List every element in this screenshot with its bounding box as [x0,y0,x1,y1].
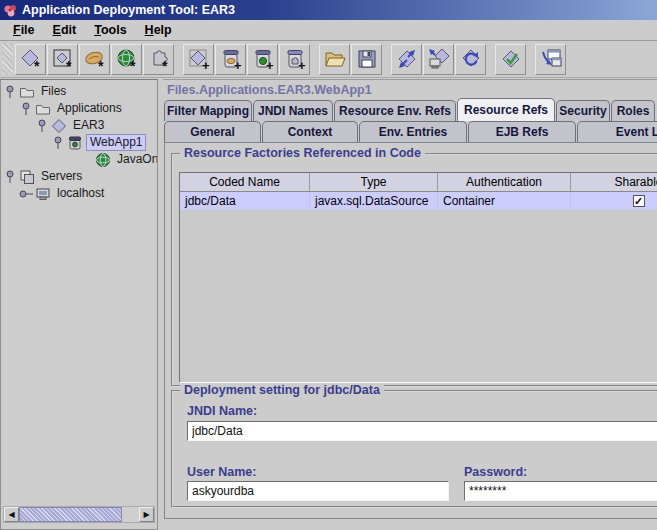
update-module-button[interactable] [391,44,422,75]
servers-icon [19,169,35,185]
svg-text:+: + [234,58,242,71]
svg-text:+: + [266,58,274,71]
tree-item-label[interactable]: WebApp1 [86,134,146,151]
window-titlebar: Application Deployment Tool: EAR3 [0,0,657,20]
add-application-icon: + [187,47,211,71]
resource-factories-group-title: Resource Factories Referenced in Code [180,146,425,160]
scroll-thumb[interactable] [19,507,122,522]
password-label: Password: [464,465,527,479]
tab-resource-refs[interactable]: Resource Refs [457,98,555,121]
add-ejb-jar-icon: + [219,47,243,71]
column-header-authentication[interactable]: Authentication [438,173,571,191]
tab-security[interactable]: Security [556,100,610,121]
tree-item-files[interactable]: Files [1,83,157,100]
tree-item-localhost[interactable]: localhost [1,185,157,202]
tree-item-label[interactable]: EAR3 [70,118,107,133]
tab-context[interactable]: Context [262,121,358,142]
tree-item-webapp1[interactable]: WebApp1 [1,134,157,151]
toolbar-grip[interactable] [2,43,13,75]
web-component-globe-icon [95,152,111,168]
expand-handle-icon[interactable] [49,135,67,151]
tree-item-javaon[interactable]: JavaOnl [1,151,157,168]
expand-handle-icon[interactable] [33,118,51,134]
tree-item-label[interactable]: localhost [54,186,107,201]
add-app-client-jar-icon: + [283,47,307,71]
open-folder-icon [323,47,347,71]
new-application-client-icon: * [147,47,171,71]
tree-item-label[interactable]: Applications [54,101,125,116]
inspector-panel: Files.Applications.EAR3.WebApp1 Filter M… [163,79,657,530]
breadcrumb: Files.Applications.EAR3.WebApp1 [167,83,372,97]
open-button[interactable] [319,44,350,75]
tab-event-list[interactable]: Event List [577,121,657,142]
tab-row-1: Filter Mapping JNDI Names Resource Env. … [164,100,656,121]
tab-jndi-names[interactable]: JNDI Names [253,100,333,121]
deployment-settings-groupbox: Deployment setting for jdbc/Data JNDI Na… [171,390,657,508]
menu-file[interactable]: File [4,21,44,39]
column-header-sharable[interactable]: Sharable [571,173,657,191]
new-module-button[interactable]: * [47,44,78,75]
tab-roles[interactable]: Roles [611,100,655,121]
svg-text:*: * [34,58,40,71]
tree-item-ear3[interactable]: EAR3 [1,117,157,134]
user-name-field[interactable] [187,481,449,501]
new-application-button[interactable]: * [15,44,46,75]
jndi-name-label: JNDI Name: [187,404,257,418]
expand-handle-icon[interactable] [1,84,19,100]
tab-env-entries[interactable]: Env. Entries [359,121,467,142]
expand-handle-icon[interactable] [1,169,19,185]
column-header-type[interactable]: Type [310,173,438,191]
cell-type[interactable]: javax.sql.DataSource [310,192,438,210]
column-header-coded-name[interactable]: Coded Name [180,173,310,191]
menu-help[interactable]: Help [136,21,181,39]
new-web-component-icon: * [115,47,139,71]
tab-ejb-refs[interactable]: EJB Refs [468,121,576,142]
cell-sharable: ✓ [571,192,657,210]
deploy-button[interactable] [423,44,454,75]
new-web-component-button[interactable]: * [111,44,142,75]
add-web-war-button[interactable]: + [247,44,278,75]
cell-coded-name[interactable]: jdbc/Data [180,192,310,210]
tab-resource-env-refs[interactable]: Resource Env. Refs [334,100,456,121]
expand-handle-icon[interactable] [17,101,35,117]
tree-hscrollbar[interactable]: ◀ ▶ [3,506,155,523]
update-and-redeploy-button[interactable] [455,44,486,75]
collapse-handle-icon[interactable] [17,186,35,202]
add-application-button[interactable]: + [183,44,214,75]
scroll-right-button[interactable]: ▶ [139,507,154,522]
add-app-client-jar-button[interactable]: + [279,44,310,75]
folder-icon [19,84,35,100]
tree-item-label[interactable]: JavaOnl [114,152,158,167]
host-computer-icon [35,186,51,202]
folder-icon [35,101,51,117]
table-header-row: Coded Name Type Authentication Sharable [180,173,657,192]
scroll-track[interactable] [122,507,139,522]
tab-general[interactable]: General [164,121,261,142]
add-ejb-jar-button[interactable]: + [215,44,246,75]
new-application-icon: * [19,47,43,71]
cell-authentication[interactable]: Container [438,192,571,210]
sharable-checkbox[interactable]: ✓ [633,195,645,207]
new-enterprise-bean-button[interactable]: * [79,44,110,75]
table-row[interactable]: jdbc/Data javax.sql.DataSource Container… [180,192,657,210]
save-button[interactable] [351,44,382,75]
jndi-name-field[interactable] [187,421,657,441]
svg-text:*: * [98,58,104,71]
tree-item-label[interactable]: Files [38,84,69,99]
run-client-icon [539,47,563,71]
tree-item-label[interactable]: Servers [38,169,85,184]
menu-tools[interactable]: Tools [85,21,135,39]
verify-button[interactable] [495,44,526,75]
password-field[interactable] [464,481,657,501]
menu-edit[interactable]: Edit [44,21,86,39]
tab-filter-mapping[interactable]: Filter Mapping [164,100,252,121]
resource-refs-table: Coded Name Type Authentication Sharable … [179,172,657,383]
run-client-button[interactable] [535,44,566,75]
scroll-left-button[interactable]: ◀ [4,507,19,522]
tree-item-applications[interactable]: Applications [1,100,157,117]
svg-text:*: * [130,58,136,71]
war-module-icon [67,135,83,151]
svg-text:+: + [202,58,210,71]
new-application-client-button[interactable]: * [143,44,174,75]
tree-item-servers[interactable]: Servers [1,168,157,185]
